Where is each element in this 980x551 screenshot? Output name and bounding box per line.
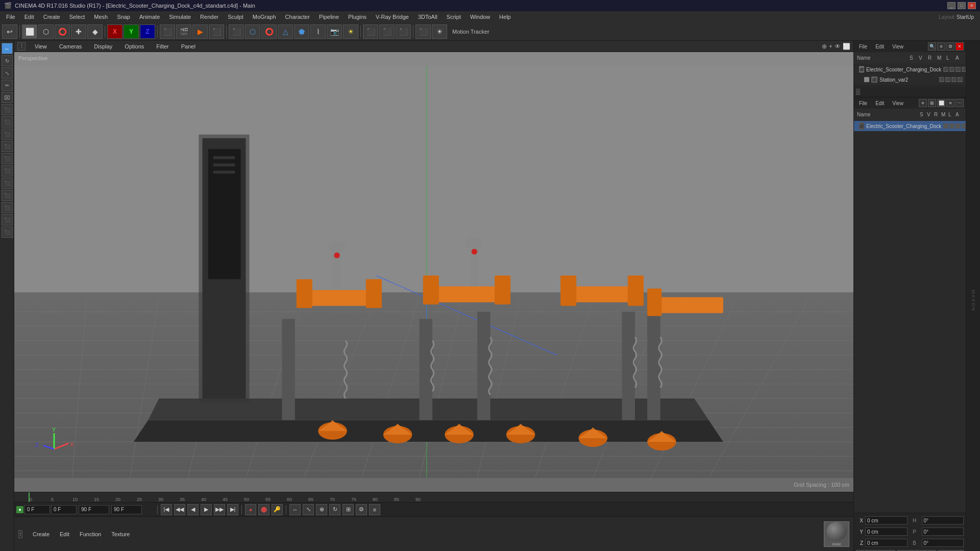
spline-button[interactable]: ⬛	[2, 190, 13, 201]
material-function-menu[interactable]: Function	[76, 530, 105, 538]
coord-x-pos[interactable]: 0 cm	[865, 516, 908, 524]
viewport-crosshair-icon[interactable]: ⊕	[822, 43, 827, 50]
mirror-button[interactable]: ⬛	[2, 116, 13, 128]
render-view-button[interactable]: 🎬	[176, 24, 191, 39]
material-texture-menu[interactable]: Texture	[107, 530, 134, 538]
select-button[interactable]: ⬛	[2, 214, 13, 226]
viewport-drag-handle[interactable]: ⋮	[17, 42, 26, 51]
bridge-button[interactable]: ⬛	[2, 104, 13, 115]
obj-render-icon[interactable]: ⬛	[949, 67, 954, 72]
menu-window[interactable]: Window	[466, 13, 494, 21]
minimize-button[interactable]: _	[947, 2, 955, 9]
coord-z-pos[interactable]: 0 cm	[865, 539, 908, 547]
viewport-lock-icon[interactable]: +	[829, 43, 832, 50]
live-select-button[interactable]: ⬛	[2, 227, 13, 238]
weld-button[interactable]: ⬛	[2, 129, 13, 140]
play-button[interactable]: ▶	[201, 504, 212, 515]
render-button[interactable]: ▶	[192, 24, 208, 39]
record-button[interactable]: ●	[245, 504, 256, 515]
obj-close-icon[interactable]: ✕	[955, 42, 964, 51]
edges-mode-button[interactable]: ✚	[71, 24, 86, 39]
attr-item-0[interactable]: ⬛ Electric_Scooter_Charging_Dock	[854, 121, 966, 131]
play-reverse-button[interactable]: ◀	[187, 504, 199, 515]
material-thumbnail[interactable]: static	[824, 521, 849, 547]
track-button[interactable]: ⊕	[316, 504, 327, 515]
playback-fps-field[interactable]: 90 F	[79, 505, 109, 514]
null-button[interactable]: ☀	[432, 24, 447, 39]
camera-button[interactable]: 📷	[327, 24, 342, 39]
maximize-button[interactable]: □	[958, 2, 966, 9]
coord-x-h[interactable]: 0°	[922, 516, 964, 524]
go-start-button[interactable]: |◀	[161, 504, 172, 515]
obj-edit-menu[interactable]: Edit	[872, 43, 887, 51]
key-button[interactable]: 🔑	[272, 504, 283, 515]
sphere-button[interactable]: ⬡	[245, 24, 260, 39]
brush-button[interactable]: ⬛	[2, 165, 13, 177]
cone-button[interactable]: △	[278, 24, 293, 39]
viewport-3d[interactable]: X Y Z Perspective Grid Spacing : 100 cm	[14, 52, 853, 492]
polygon-pen-button[interactable]: ⬛	[2, 202, 13, 213]
material-edit-menu[interactable]: Edit	[56, 530, 74, 538]
attr-view-menu[interactable]: View	[889, 99, 906, 107]
attr-render-icon[interactable]	[949, 123, 954, 129]
viewport-cameras-menu[interactable]: Cameras	[56, 42, 85, 51]
settings-button[interactable]: ⚙	[356, 504, 367, 515]
move-playback-button[interactable]: ↔	[289, 504, 301, 515]
menu-snap[interactable]: Snap	[113, 13, 134, 21]
grid-button[interactable]: ⊞	[342, 504, 354, 515]
x-axis-button[interactable]: X	[107, 24, 122, 39]
material-create-menu[interactable]: Create	[29, 530, 54, 538]
obj-render-icon-1[interactable]: ⬛	[945, 77, 950, 82]
attr-list-icon[interactable]: ≡	[946, 99, 954, 107]
viewport-panel-menu[interactable]: Panel	[178, 42, 199, 51]
attr-file-menu[interactable]: File	[856, 99, 870, 107]
menu-render[interactable]: Render	[196, 13, 223, 21]
attr-vis-icon[interactable]	[943, 123, 948, 129]
figure-button[interactable]: ⌇	[310, 24, 326, 39]
cube-button[interactable]: ⬛	[229, 24, 244, 39]
attr-edit-menu[interactable]: Edit	[872, 99, 887, 107]
panel-resize-handle[interactable]: ⋮	[856, 89, 860, 95]
attr-expand-icon[interactable]: ⬜	[937, 99, 945, 107]
title-bar-controls[interactable]: _ □ ✕	[947, 2, 976, 9]
attr-icon-2[interactable]: ⊞	[928, 99, 936, 107]
menu-pipeline[interactable]: Pipeline	[315, 13, 343, 21]
scale-tool-button[interactable]: ⤡	[2, 67, 13, 79]
obj-file-menu[interactable]: File	[856, 43, 870, 51]
viewport-fullscreen-icon[interactable]: ⬜	[843, 43, 850, 50]
current-frame-field[interactable]: 0 F	[24, 505, 50, 514]
menu-select[interactable]: Select	[65, 13, 89, 21]
obj-vis-icon-1[interactable]: ⬛	[939, 77, 944, 82]
menu-plugins[interactable]: Plugins	[344, 13, 371, 21]
obj-link-icon-1[interactable]: ⬛	[958, 77, 963, 82]
paint-button[interactable]: ✏	[2, 80, 13, 91]
obj-anim-icon[interactable]: ⬛	[955, 67, 961, 72]
menu-vray[interactable]: V-Ray Bridge	[372, 13, 413, 21]
line-button[interactable]: ⬛	[2, 178, 13, 189]
coord-z-b[interactable]: 0°	[922, 539, 964, 547]
torus-button[interactable]: ⬟	[294, 24, 309, 39]
menu-script[interactable]: Script	[443, 13, 465, 21]
menu-file[interactable]: File	[2, 13, 19, 21]
attr-icon-1[interactable]: ≡	[919, 99, 927, 107]
obj-anim-icon-1[interactable]: ⬛	[951, 77, 957, 82]
go-end-button[interactable]: ▶|	[227, 504, 238, 515]
menu-simulate[interactable]: Simulate	[165, 13, 195, 21]
model-mode-button[interactable]: ⬜	[22, 24, 37, 39]
menu-help[interactable]: Help	[495, 13, 515, 21]
attr-anim-icon[interactable]	[955, 123, 961, 129]
object-item-1[interactable]: ⬛ Station_var2 ⬛ ⬛ ⬛ ⬛	[854, 74, 966, 85]
bevel-button[interactable]: ⬛	[2, 153, 13, 164]
light-button[interactable]: ☀	[343, 24, 358, 39]
object-button[interactable]: ⬛	[160, 24, 175, 39]
generator-button[interactable]: ⬛	[379, 24, 395, 39]
points-mode-button[interactable]: ⭕	[55, 24, 70, 39]
step-forward-button[interactable]: ▶▶	[214, 504, 225, 515]
viewport-view-menu[interactable]: View	[32, 42, 50, 51]
object-item-0[interactable]: ⬛ Electric_Scooter_Charging_Dock ⬛ ⬛ ⬛ ⬛	[854, 64, 966, 74]
viewport-options-menu[interactable]: Options	[121, 42, 147, 51]
motion-tracker-menu[interactable]: Motion Tracker	[448, 29, 494, 35]
menu-create[interactable]: Create	[39, 13, 64, 21]
extrude-button[interactable]: ⬛	[2, 141, 13, 152]
viewport-filter-menu[interactable]: Filter	[153, 42, 172, 51]
